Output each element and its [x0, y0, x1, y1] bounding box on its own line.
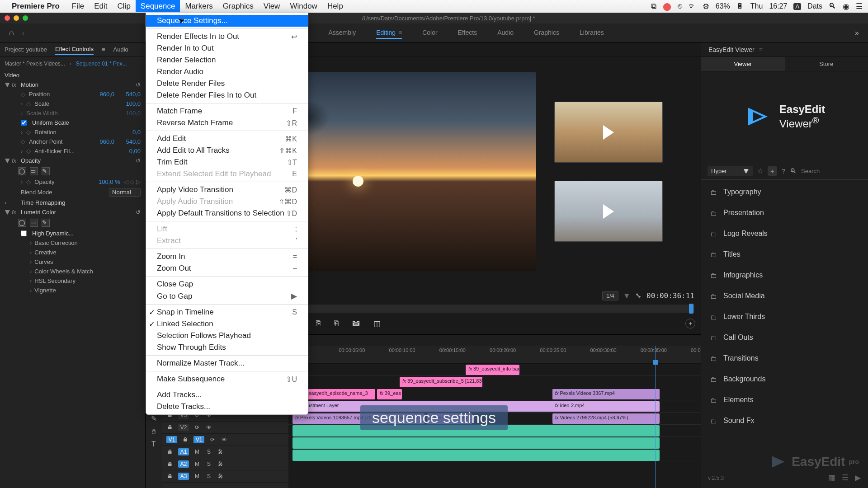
menu-file[interactable]: File — [67, 0, 89, 12]
compare-icon[interactable]: ◫ — [373, 319, 381, 328]
minimize-window-button[interactable] — [14, 15, 19, 21]
workspace-overflow-icon[interactable]: » — [855, 29, 859, 37]
timeline-clip[interactable] — [292, 450, 660, 461]
keyframe-nav[interactable]: ◁ ◇ ▷ — [124, 178, 141, 185]
home-icon[interactable]: ⌂ — [9, 28, 14, 38]
timeline-lane[interactable]: fx39_easyedit_info bars_ — [288, 364, 701, 376]
timeline-clip[interactable]: fxVideos 2796228.mp4 [58,97%] — [552, 413, 660, 424]
lumetri-item[interactable]: ›Creative — [0, 248, 145, 257]
tab-audio[interactable]: Audio — [113, 44, 128, 55]
track-target[interactable]: A2 — [178, 460, 189, 468]
menu-item[interactable]: Add Edit⌘K — [146, 133, 308, 145]
type-tool-icon[interactable]: T — [151, 440, 156, 448]
menu-item[interactable]: Render Audio — [146, 66, 308, 78]
twirl-icon[interactable]: ⯆ — [5, 81, 9, 88]
motion-label[interactable]: Motion — [21, 81, 133, 88]
category-item[interactable]: 🗀Elements — [701, 389, 868, 410]
lumetri-item[interactable]: ›Basic Correction — [0, 238, 145, 248]
workspace-tab-assembly[interactable]: Assembly — [328, 27, 356, 39]
opacity-label[interactable]: Opacity — [21, 157, 133, 164]
scale-value[interactable]: 100,0 — [118, 100, 141, 107]
twirl-icon[interactable]: ⯆ — [5, 157, 9, 164]
menu-graphics[interactable]: Graphics — [218, 0, 259, 12]
fx-icon[interactable]: fx — [12, 209, 18, 216]
extract-icon[interactable]: ⎗ — [334, 319, 339, 328]
lock-icon[interactable]: 🔒︎ — [166, 424, 174, 431]
lock-icon[interactable]: 🔒︎ — [166, 449, 174, 455]
eye-icon[interactable]: 👁︎ — [205, 424, 212, 431]
menu-item[interactable]: Sequence Settings... — [146, 15, 308, 27]
maximize-window-button[interactable] — [23, 15, 28, 21]
category-item[interactable]: 🗀Lower Thirds — [701, 306, 868, 327]
category-item[interactable]: 🗀Titles — [701, 244, 868, 265]
timeline-clip[interactable]: fxideo-2.mp4 — [552, 401, 660, 412]
menu-item[interactable]: Delete Render Files In to Out — [146, 89, 308, 101]
ec-sequence[interactable]: Sequence 01 * Pex... — [76, 61, 127, 67]
star-icon[interactable]: ☆ — [757, 167, 763, 175]
rotation-value[interactable]: 0,0 — [118, 129, 141, 136]
audio-track-header[interactable]: 🔒︎A1MS🎤︎ — [162, 446, 288, 458]
menu-edit[interactable]: Edit — [89, 0, 112, 12]
fan-icon[interactable]: ⚙︎ — [703, 2, 709, 11]
category-item[interactable]: 🗀Call Outs — [701, 327, 868, 348]
menu-item[interactable]: Apply Default Transitions to Selection⇧D — [146, 207, 308, 219]
reset-icon[interactable]: ↺ — [136, 209, 141, 216]
panel-menu-icon[interactable]: ≡ — [102, 46, 105, 53]
eye-icon[interactable]: 👁︎ — [221, 436, 228, 443]
category-select[interactable]: Hyper⯆ — [708, 166, 753, 176]
subtab-viewer[interactable]: Viewer — [701, 57, 785, 71]
menu-help[interactable]: Help — [322, 0, 348, 12]
workspace-tab-color[interactable]: Color — [422, 27, 437, 39]
spotlight-icon[interactable]: 🔍︎ — [829, 2, 836, 11]
menu-item[interactable]: Close Gap — [146, 278, 308, 290]
grid-view-icon[interactable]: ▦ — [828, 473, 835, 483]
reset-icon[interactable]: ↺ — [136, 157, 141, 164]
pen-mask-icon[interactable]: ✎ — [42, 167, 50, 175]
menu-markers[interactable]: Markers — [180, 0, 217, 12]
panel-menu-icon[interactable]: ≡ — [759, 46, 763, 53]
twirl-icon[interactable]: ⯆ — [5, 209, 9, 216]
timeline-playhead[interactable] — [656, 346, 656, 488]
timeline-clip[interactable]: fx39_eas — [377, 389, 402, 399]
timeline-lane[interactable] — [288, 437, 701, 449]
lumetri-item[interactable]: ›HSL Secondary — [0, 276, 145, 286]
menu-clip[interactable]: Clip — [113, 0, 136, 12]
twirl-icon[interactable]: › — [21, 100, 23, 107]
anchor-y[interactable]: 540,0 — [118, 138, 141, 145]
menu-item[interactable]: Zoom In= — [146, 251, 308, 263]
app-name[interactable]: Premiere Pro — [12, 2, 60, 11]
reset-icon[interactable]: ↺ — [136, 81, 141, 88]
time-remapping-label[interactable]: Time Remapping — [21, 199, 141, 206]
keyframe-toggle[interactable]: ◇ — [21, 138, 25, 145]
thumbnail-1[interactable] — [554, 102, 663, 163]
menu-view[interactable]: View — [259, 0, 285, 12]
menu-item[interactable]: Reverse Match Frame⇧R — [146, 117, 308, 129]
keyboard-icon[interactable]: A — [793, 3, 801, 10]
category-item[interactable]: 🗀Logo Reveals — [701, 223, 868, 244]
cloud-icon[interactable]: ⎋ — [678, 2, 682, 11]
workspace-tab-graphics[interactable]: Graphics — [534, 27, 559, 39]
opacity-value[interactable]: 100,0 % — [89, 178, 120, 185]
track-target[interactable]: V1 — [193, 436, 204, 443]
plus-icon[interactable]: + — [768, 166, 777, 176]
ellipse-mask-icon[interactable]: ◯ — [18, 167, 26, 175]
menu-item[interactable]: Add Tracks... — [146, 389, 308, 401]
wrench-icon[interactable]: 🔧︎ — [635, 292, 641, 299]
category-item[interactable]: 🗀Transitions — [701, 348, 868, 369]
hdr-checkbox[interactable] — [21, 230, 27, 236]
keyframe-toggle[interactable]: ◇ — [26, 100, 31, 107]
timeline-clip[interactable]: fx39_easyedit_info bars_ — [466, 365, 519, 375]
video-track-header[interactable]: 🔒︎V2⟳👁︎ — [162, 422, 288, 434]
audio-track-header[interactable]: 🔒︎A3MS🎤︎ — [162, 470, 288, 483]
menu-item[interactable]: Render Effects In to Out↩ — [146, 31, 308, 42]
keyframe-toggle[interactable]: ◇ — [26, 178, 31, 185]
sync-lock-icon[interactable]: ⟳ — [193, 424, 201, 431]
category-item[interactable]: 🗀Sound Fx — [701, 410, 868, 431]
sequence-menu-dropdown[interactable]: Sequence Settings...Render Effects In to… — [146, 13, 308, 415]
fx-icon[interactable]: fx — [12, 157, 18, 164]
timeline-lane[interactable] — [288, 449, 701, 461]
keyframe-toggle[interactable]: ◇ — [26, 148, 31, 155]
menu-item[interactable]: Trim Edit⇧T — [146, 156, 308, 168]
lumetri-item[interactable]: ›Vignette — [0, 286, 145, 295]
play-icon[interactable]: ▶ — [855, 473, 861, 483]
